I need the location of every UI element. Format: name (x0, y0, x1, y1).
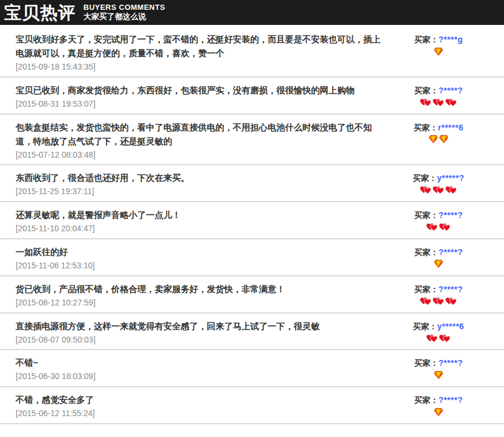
buyer-label: 买家： (414, 35, 439, 44)
double-heart-icon (426, 334, 438, 343)
review-timestamp: [2015-09-18 15:43:35] (16, 62, 385, 72)
double-heart-icon (439, 223, 451, 231)
review-row: 不错~ [2015-06-30 18:03:09] 买家：?****? (0, 350, 504, 387)
gem-icon (434, 408, 443, 416)
buyer-column: 买家：?****? (395, 208, 482, 231)
review-timestamp: [2015-06-30 18:03:09] (16, 372, 385, 381)
buyer-id: ?****? (439, 210, 463, 220)
gem-icon (434, 260, 443, 268)
review-timestamp: [2015-08-07 09:50:03] (16, 335, 385, 345)
buyer-id: ?****? (439, 358, 463, 367)
double-heart-icon (433, 185, 444, 194)
review-text: 包装盒挺结实，发货也蛮快的，看中了电源直接供电的，不用担心电池什么时候没电了也不… (16, 121, 385, 148)
review-text: 不错~ (16, 356, 385, 370)
buyer-column: 买家：?****g (395, 32, 482, 56)
buyer-line: 买家：?****? (395, 86, 482, 96)
review-body: 不错~ [2015-06-30 18:03:09] (16, 356, 395, 381)
buyer-label: 买家： (414, 123, 438, 132)
buyer-rating-icons (395, 407, 482, 416)
buyer-line: 买家：?****? (395, 395, 482, 406)
buyer-label: 买家： (414, 358, 439, 367)
double-heart-icon (420, 98, 432, 107)
double-heart-icon (445, 185, 457, 194)
buyer-column: 买家：y*****6 (395, 319, 482, 343)
review-row: 宝贝已收到，商家发货很给力，东西很好，包装很严实，没有磨损，很很愉快的网上购物 … (0, 78, 504, 115)
buyer-column: 买家：?****? (395, 356, 482, 379)
review-timestamp: [2015-11-25 19:37:11] (16, 187, 385, 196)
review-body: 宝贝收到好多天了，安完试用了一下，蛮不错的，还挺好安装的，而且要是不安装也可以，… (16, 32, 395, 72)
gem-icon (434, 48, 443, 56)
buyer-line: 买家：?****? (395, 285, 482, 295)
buyer-rating-icons (395, 223, 482, 231)
buyer-column: 买家：?****? (395, 83, 482, 107)
header-subtitle-cn: 大家买了都这么说 (83, 12, 165, 22)
review-body: 货已收到，产品很不错，价格合理，卖家服务好，发货快，非常满意！ [2015-08… (16, 282, 395, 308)
buyer-rating-icons (395, 47, 482, 56)
review-row: 直接插电源很方便，这样一来就觉得有安全感了，回来了马上试了一下，很灵敏 [201… (0, 314, 504, 351)
gem-icon (429, 135, 438, 143)
review-row: 不错，感觉安全多了 [2015-06-12 11:55:24] 买家：?****… (0, 387, 504, 424)
buyer-column: 买家：?****? (395, 245, 482, 268)
buyer-rating-icons (395, 185, 482, 194)
header-subtitle-block: BUYERS COMMENTS 大家买了都这么说 (83, 3, 165, 21)
review-row: 还算灵敏呢，就是警报声音略小了一点儿！ [2015-11-10 20:04:47… (0, 202, 504, 239)
review-timestamp: [2015-08-31 19:53:07] (16, 99, 385, 109)
double-heart-icon (439, 334, 451, 343)
buyer-rating-icons (395, 370, 482, 379)
buyer-label: 买家： (412, 173, 437, 183)
buyer-rating-icons (395, 98, 482, 107)
double-heart-icon (445, 98, 457, 107)
buyer-label: 买家： (413, 322, 437, 331)
review-text: 宝贝已收到，商家发货很给力，东西很好，包装很严实，没有磨损，很很愉快的网上购物 (16, 83, 385, 97)
buyer-line: 买家：?****? (395, 358, 482, 369)
review-text: 宝贝收到好多天了，安完试用了一下，蛮不错的，还挺好安装的，而且要是不安装也可以，… (16, 32, 385, 60)
buyer-label: 买家： (414, 285, 439, 294)
buyer-label: 买家： (414, 247, 439, 257)
buyer-id: y*****6 (437, 322, 464, 331)
buyer-label: 买家： (414, 210, 439, 220)
review-body: 直接插电源很方便，这样一来就觉得有安全感了，回来了马上试了一下，很灵敏 [201… (16, 319, 395, 345)
buyer-column: 买家：?****? (395, 282, 482, 305)
double-heart-icon (420, 185, 432, 194)
review-row: 东西收到了，很合适也还好用，下次在来买。 [2015-11-25 19:37:1… (0, 165, 504, 202)
buyer-line: 买家：?****? (395, 210, 482, 221)
review-text: 还算灵敏呢，就是警报声音略小了一点儿！ (16, 208, 385, 222)
review-timestamp: [2015-06-12 11:55:24] (16, 409, 385, 418)
buyer-line: 买家：?****g (395, 35, 482, 45)
review-text: 直接插电源很方便，这样一来就觉得有安全感了，回来了马上试了一下，很灵敏 (16, 319, 385, 333)
review-row: 宝贝收到好多天了，安完试用了一下，蛮不错的，还挺好安装的，而且要是不安装也可以，… (0, 27, 504, 78)
buyer-column: 买家：?****? (395, 393, 482, 416)
review-text: 东西收到了，很合适也还好用，下次在来买。 (16, 171, 385, 185)
buyer-line: 买家：y*****? (395, 173, 482, 184)
buyer-column: 买家：r*****6 (395, 121, 482, 144)
review-row: 包装盒挺结实，发货也蛮快的，看中了电源直接供电的，不用担心电池什么时候没电了也不… (0, 115, 504, 166)
double-heart-icon (445, 297, 457, 305)
page-title: 宝贝热评 (4, 4, 76, 21)
review-timestamp: [2015-08-12 10:27:59] (16, 298, 385, 308)
review-text: 不错，感觉安全多了 (16, 393, 385, 407)
review-text: 货已收到，产品很不错，价格合理，卖家服务好，发货快，非常满意！ (16, 282, 385, 296)
double-heart-icon (433, 98, 444, 107)
buyer-column: 买家：y*****? (395, 171, 482, 194)
review-row: 一如跃往的好 [2015-11-06 12:53:10] 买家：?****? (0, 239, 504, 276)
review-row: 货已收到，产品很不错，价格合理，卖家服务好，发货快，非常满意！ [2015-08… (0, 276, 504, 314)
buyer-id: r*****6 (438, 123, 463, 132)
buyer-label: 买家： (414, 86, 439, 95)
review-text: 一如跃往的好 (16, 245, 385, 259)
buyer-id: ?****g (439, 35, 463, 44)
reviews-list: 宝贝收到好多天了，安完试用了一下，蛮不错的，还挺好安装的，而且要是不安装也可以，… (0, 25, 504, 424)
buyer-id: ?****? (439, 247, 463, 257)
review-body: 一如跃往的好 [2015-11-06 12:53:10] (16, 245, 395, 271)
buyer-id: ?****? (439, 86, 463, 95)
review-body: 东西收到了，很合适也还好用，下次在来买。 [2015-11-25 19:37:1… (16, 171, 395, 196)
buyer-id: ?****? (439, 285, 463, 294)
double-heart-icon (420, 297, 432, 305)
header-subtitle-en: BUYERS COMMENTS (83, 3, 165, 12)
buyer-rating-icons (395, 260, 482, 268)
page-header: 宝贝热评 BUYERS COMMENTS 大家买了都这么说 (0, 0, 504, 25)
buyer-id: ?****? (439, 395, 463, 405)
review-timestamp: [2015-07-12 08:03:48] (16, 150, 385, 160)
review-body: 宝贝已收到，商家发货很给力，东西很好，包装很严实，没有磨损，很很愉快的网上购物 … (16, 83, 395, 109)
gem-icon (439, 135, 448, 143)
buyer-rating-icons (395, 334, 482, 343)
